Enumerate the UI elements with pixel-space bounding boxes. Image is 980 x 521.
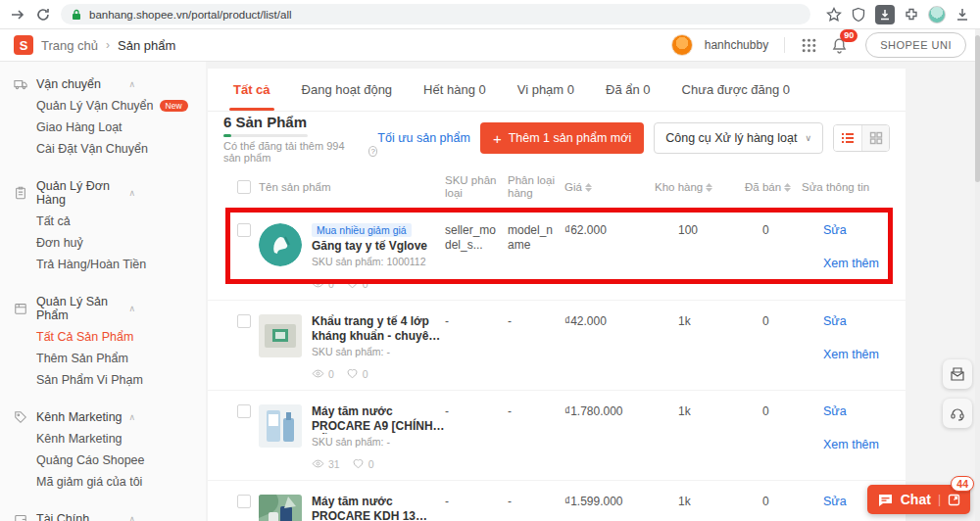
edit-link[interactable]: Sửa (823, 404, 896, 418)
sidebar-header-products[interactable]: Quản Lý Sản Phẩm ∧ (0, 291, 206, 326)
tab-violation[interactable]: Vi phạm 0 (502, 69, 590, 111)
tab-hidden[interactable]: Đã ẩn 0 (590, 69, 666, 111)
sidebar-header-finance[interactable]: Tài Chính ∧ (0, 508, 206, 521)
chevron-up-icon[interactable]: ∧ (128, 514, 135, 521)
sidebar-item-orders-all[interactable]: Tất cả (0, 211, 206, 232)
stock-value: 1k (655, 404, 745, 418)
sidebar-header-orders[interactable]: Quản Lý Đơn Hàng ∧ (0, 175, 206, 211)
info-icon[interactable]: ? (368, 146, 377, 157)
row-checkbox[interactable] (237, 223, 251, 237)
browser-actions (826, 5, 970, 24)
sidebar-item-shopee-ads[interactable]: Quảng Cáo Shopee (0, 450, 206, 471)
tag-icon (14, 410, 27, 424)
add-product-button[interactable]: + Thêm 1 sản phẩm mới (480, 122, 644, 154)
tab-out-of-stock[interactable]: Hết hàng 0 (408, 69, 502, 111)
more-link[interactable]: Xem thêm (823, 257, 896, 270)
product-name[interactable]: Máy tăm nước PROCARE KDH 13 [CHÍNH HÃNG] (312, 495, 445, 521)
variation-sku: - (445, 404, 508, 419)
product-name[interactable]: Găng tay y tế Vglove (312, 239, 445, 254)
reload-icon[interactable] (35, 7, 51, 23)
toolbar-right: Tối ưu sản phẩm + Thêm 1 sản phẩm mới Cô… (377, 122, 890, 154)
more-link[interactable]: Xem thêm (823, 438, 896, 451)
sold-value: 0 (745, 404, 802, 418)
extensions-puzzle-icon[interactable] (904, 7, 919, 23)
sidebar-item-shipping-manage[interactable]: Quản Lý Vận ChuyểnNew (0, 95, 206, 117)
plus-icon: + (493, 131, 502, 146)
chat-button[interactable]: Chat | 44 (867, 485, 970, 514)
optimize-products-link[interactable]: Tối ưu sản phẩm (377, 131, 470, 145)
grid-view-button[interactable] (861, 125, 889, 151)
shield-icon[interactable] (851, 7, 866, 23)
chat-bubble-icon (877, 492, 894, 508)
edit-link[interactable]: Sửa (823, 223, 896, 237)
sidebar-header-marketing[interactable]: Kênh Marketing ∧ (0, 406, 206, 428)
sold-value: 0 (745, 314, 802, 328)
sort-icon (706, 183, 712, 192)
sidebar-header-shipping[interactable]: Vận chuyển ∧ (0, 73, 206, 95)
chevron-up-icon[interactable]: ∧ (128, 79, 135, 89)
tab-all[interactable]: Tất cả (218, 69, 286, 111)
user-avatar[interactable] (671, 34, 693, 56)
expand-icon (948, 494, 960, 506)
col-sold[interactable]: Đã bán (745, 181, 802, 194)
select-all-checkbox[interactable] (237, 180, 251, 194)
product-image[interactable] (259, 495, 302, 521)
chevron-up-icon[interactable]: ∧ (128, 304, 135, 313)
eye-icon (312, 457, 324, 470)
inbox-widget[interactable] (943, 359, 972, 389)
sidebar-item-ship-settings[interactable]: Cài Đặt Vận Chuyển (0, 138, 206, 160)
row-checkbox[interactable] (237, 314, 251, 328)
url-bar[interactable]: banhang.shopee.vn/portal/product/list/al… (61, 4, 810, 24)
header-right: hanhchubby 90 SHOPEE UNI (671, 32, 966, 58)
sidebar-item-returns[interactable]: Trả Hàng/Hoàn Tiền (0, 254, 206, 275)
shopee-logo[interactable]: S (14, 35, 33, 55)
row-checkbox[interactable] (237, 495, 251, 508)
sidebar-item-bulk-ship[interactable]: Giao Hàng Loạt (0, 117, 206, 138)
browser-profile-avatar[interactable] (928, 6, 946, 24)
col-stock[interactable]: Kho hàng (655, 181, 745, 194)
price-value: ₫1.780.000 (564, 404, 655, 418)
notification-bell[interactable]: 90 (831, 37, 848, 54)
shopee-uni-button[interactable]: SHOPEE UNI (865, 32, 966, 58)
table-row: Máy tăm nước PROCARE A9 [CHÍNH HÃNG] SKU… (208, 390, 906, 480)
forward-icon[interactable] (10, 7, 25, 23)
list-view-button[interactable] (834, 125, 861, 151)
product-image[interactable] (259, 223, 302, 266)
apps-grid-icon[interactable] (801, 37, 817, 54)
sidebar-item-orders-cancelled[interactable]: Đơn huỷ (0, 232, 206, 254)
support-widget[interactable] (943, 399, 972, 428)
downloads-icon[interactable] (955, 7, 970, 23)
row-checkbox[interactable] (237, 404, 251, 418)
chevron-up-icon[interactable]: ∧ (128, 188, 135, 198)
browser-chrome: banhang.shopee.vn/portal/product/list/al… (0, 0, 980, 29)
product-image[interactable] (259, 314, 302, 357)
heart-icon (352, 457, 365, 470)
chevron-up-icon[interactable]: ∧ (128, 412, 135, 422)
edit-link[interactable]: Sửa (823, 314, 896, 328)
breadcrumb-home[interactable]: Trang chủ (41, 38, 98, 53)
sidebar-item-violation-products[interactable]: Sản Phẩm Vi Phạm (0, 369, 206, 391)
product-count-title: 6 Sản Phẩm (223, 114, 377, 130)
price-value: ₫42.000 (564, 314, 655, 328)
product-image[interactable] (259, 404, 302, 448)
sidebar-item-products-all[interactable]: Tất Cả Sản Phẩm (0, 326, 206, 348)
bookmark-star-icon[interactable] (826, 7, 842, 23)
username[interactable]: hanhchubby (705, 38, 768, 52)
page-scrollbar[interactable] (975, 29, 980, 521)
eye-icon (312, 367, 324, 380)
secure-lock-icon (71, 9, 82, 21)
sidebar-item-marketing-channel[interactable]: Kênh Marketing (0, 428, 206, 450)
product-name[interactable]: Máy tăm nước PROCARE A9 [CHÍNH HÃNG] (312, 404, 445, 434)
col-price[interactable]: Giá (564, 181, 655, 194)
batch-tools-dropdown[interactable]: Công cụ Xử lý hàng loạt ∨ (654, 122, 823, 154)
tab-unlisted[interactable]: Chưa được đăng 0 (666, 69, 807, 111)
more-link[interactable]: Xem thêm (823, 348, 896, 361)
col-sku: SKU phân loại (445, 174, 508, 200)
sidebar-item-add-product[interactable]: Thêm Sản Phẩm (0, 348, 206, 369)
clipboard-icon (14, 186, 27, 200)
sidebar-item-my-vouchers[interactable]: Mã giảm giá của tôi (0, 471, 206, 493)
scrollbar-thumb[interactable] (975, 35, 980, 182)
product-name[interactable]: Khẩu trang y tế 4 lớp kháng khuẩn - chuy… (312, 314, 445, 344)
tab-active[interactable]: Đang hoạt động (286, 69, 409, 111)
download-active-icon[interactable] (875, 5, 895, 24)
